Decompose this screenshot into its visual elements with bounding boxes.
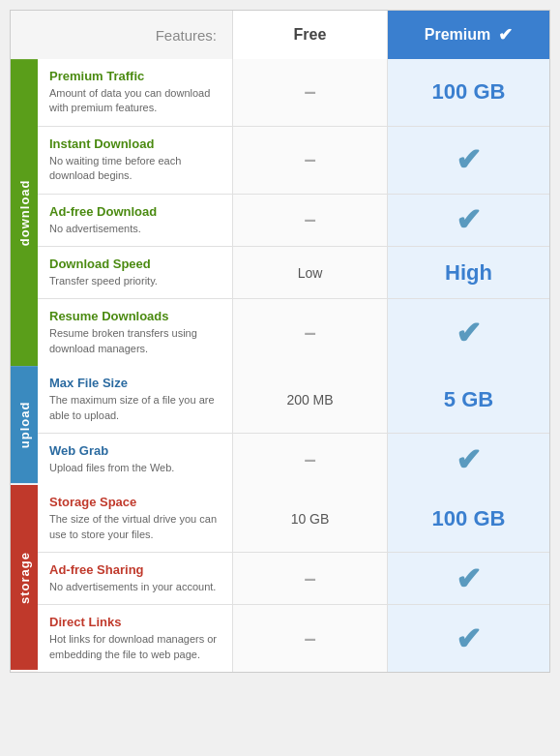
premium-cell: 100 GB	[388, 485, 549, 552]
feature-info-download-4: Resume DownloadsResume broken transfers …	[38, 299, 233, 366]
free-cell: –	[233, 59, 388, 126]
free-cell: –	[233, 605, 388, 672]
free-cell: –	[233, 127, 388, 194]
feature-title: Download Speed	[49, 257, 221, 271]
feature-title: Web Grab	[49, 443, 221, 458]
header-free-column: Free	[233, 11, 388, 59]
feature-row-upload-0: Max File SizeThe maximum size of a file …	[38, 366, 549, 434]
feature-desc: Resume broken transfers using download m…	[49, 326, 221, 356]
header-features-label: Features:	[11, 11, 233, 59]
checkmark-icon: ✔	[456, 560, 482, 597]
premium-cell: 5 GB	[388, 366, 549, 433]
premium-cell: ✔	[388, 605, 549, 672]
premium-cell: ✔	[388, 553, 549, 604]
dash-icon: –	[304, 626, 315, 651]
header-premium-column[interactable]: Premium ✔	[388, 11, 549, 59]
feature-info-storage-2: Direct LinksHot links for download manag…	[38, 605, 233, 672]
feature-desc: Transfer speed priority.	[49, 274, 221, 288]
free-cell: 10 GB	[233, 485, 388, 552]
feature-desc: The size of the virtual drive you can us…	[49, 512, 221, 542]
feature-info-download-0: Premium TrafficAmount of data you can do…	[38, 59, 233, 126]
feature-row-download-2: Ad-free DownloadNo advertisements.–✔	[38, 195, 549, 247]
free-cell: –	[233, 553, 388, 604]
premium-label: Premium	[425, 26, 490, 44]
section-storage: storageStorage SpaceThe size of the virt…	[11, 485, 549, 672]
section-rows-download: Premium TrafficAmount of data you can do…	[38, 59, 549, 366]
features-label: Features:	[156, 27, 217, 44]
premium-cell: ✔	[388, 434, 549, 485]
sections-container: downloadPremium TrafficAmount of data yo…	[11, 59, 549, 672]
premium-cell: ✔	[388, 127, 549, 194]
feature-row-download-0: Premium TrafficAmount of data you can do…	[38, 59, 549, 127]
feature-title: Ad-free Sharing	[49, 562, 221, 577]
feature-desc: Hot links for download managers or embed…	[49, 632, 221, 662]
feature-info-upload-0: Max File SizeThe maximum size of a file …	[38, 366, 233, 433]
free-cell: Low	[233, 247, 388, 298]
section-label-download: download	[11, 59, 38, 366]
feature-info-storage-0: Storage SpaceThe size of the virtual dri…	[38, 485, 233, 552]
feature-title: Premium Traffic	[49, 69, 221, 83]
premium-cell: High	[388, 247, 549, 298]
dash-icon: –	[304, 207, 315, 232]
dash-icon: –	[304, 320, 315, 346]
feature-title: Storage Space	[49, 495, 221, 509]
feature-desc: No advertisements in your account.	[49, 580, 221, 594]
feature-desc: The maximum size of a file you are able …	[49, 393, 221, 423]
premium-cell: ✔	[388, 299, 549, 366]
dash-icon: –	[304, 447, 315, 472]
feature-row-storage-1: Ad-free SharingNo advertisements in your…	[38, 553, 549, 605]
dash-icon: –	[304, 79, 315, 105]
feature-info-storage-1: Ad-free SharingNo advertisements in your…	[38, 553, 233, 604]
feature-desc: No advertisements.	[49, 222, 221, 236]
dash-icon: –	[304, 147, 315, 172]
premium-cell: ✔	[388, 195, 549, 246]
checkmark-icon: ✔	[456, 441, 482, 478]
feature-info-download-1: Instant DownloadNo waiting time before e…	[38, 127, 233, 194]
section-upload: uploadMax File SizeThe maximum size of a…	[11, 366, 549, 485]
free-cell: 200 MB	[233, 366, 388, 433]
checkmark-icon: ✔	[456, 201, 482, 238]
feature-desc: Upload files from the Web.	[49, 461, 221, 475]
section-label-upload: upload	[11, 366, 38, 485]
feature-desc: No waiting time before each download beg…	[49, 154, 221, 184]
section-rows-upload: Max File SizeThe maximum size of a file …	[38, 366, 549, 485]
header-row: Features: Free Premium ✔	[11, 11, 549, 59]
checkmark-icon: ✔	[456, 141, 482, 178]
feature-row-download-3: Download SpeedTransfer speed priority.Lo…	[38, 247, 549, 299]
feature-row-download-1: Instant DownloadNo waiting time before e…	[38, 127, 549, 195]
checkmark-icon: ✔	[456, 620, 482, 657]
free-cell: –	[233, 434, 388, 485]
section-download: downloadPremium TrafficAmount of data yo…	[11, 59, 549, 366]
feature-row-upload-1: Web GrabUpload files from the Web.–✔	[38, 434, 549, 485]
feature-info-download-3: Download SpeedTransfer speed priority.	[38, 247, 233, 298]
feature-row-download-4: Resume DownloadsResume broken transfers …	[38, 299, 549, 366]
free-cell: –	[233, 299, 388, 366]
pricing-table: Features: Free Premium ✔ downloadPremium…	[10, 10, 550, 673]
feature-info-upload-1: Web GrabUpload files from the Web.	[38, 434, 233, 485]
feature-title: Resume Downloads	[49, 309, 221, 323]
feature-row-storage-2: Direct LinksHot links for download manag…	[38, 605, 549, 672]
section-label-storage: storage	[11, 485, 38, 672]
feature-desc: Amount of data you can download with pre…	[49, 86, 221, 116]
feature-title: Ad-free Download	[49, 204, 221, 219]
feature-info-download-2: Ad-free DownloadNo advertisements.	[38, 195, 233, 246]
feature-row-storage-0: Storage SpaceThe size of the virtual dri…	[38, 485, 549, 553]
free-cell: –	[233, 195, 388, 246]
section-rows-storage: Storage SpaceThe size of the virtual dri…	[38, 485, 549, 672]
free-label: Free	[294, 26, 327, 44]
checkmark-icon: ✔	[456, 315, 482, 351]
dash-icon: –	[304, 566, 315, 591]
feature-title: Instant Download	[49, 136, 221, 151]
feature-title: Direct Links	[49, 615, 221, 629]
premium-check-icon: ✔	[498, 24, 513, 45]
feature-title: Max File Size	[49, 376, 221, 390]
premium-cell: 100 GB	[388, 59, 549, 126]
